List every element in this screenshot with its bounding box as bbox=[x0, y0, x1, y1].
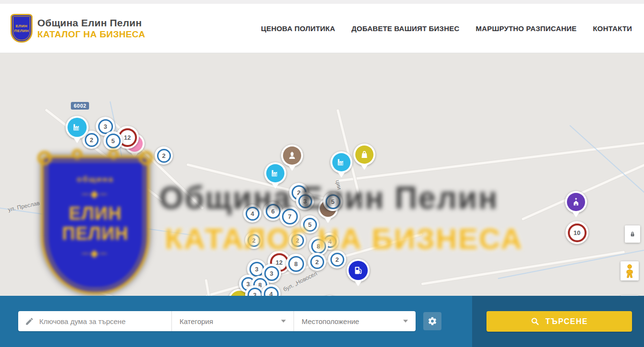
cluster-marker[interactable]: 4 bbox=[243, 204, 261, 223]
cluster-marker[interactable]: 2 bbox=[289, 232, 306, 249]
cluster-count: 12 bbox=[124, 134, 131, 141]
location-select[interactable]: Местоположение bbox=[294, 311, 416, 331]
cluster-marker[interactable]: 5 bbox=[301, 215, 319, 234]
cluster-count: 3 bbox=[270, 270, 273, 277]
bag-icon bbox=[359, 149, 370, 160]
nav-item-contacts[interactable]: КОНТАКТИ bbox=[593, 24, 632, 33]
nav-item-route-schedule[interactable]: МАРШРУТНО РАЗПИСАНИЕ bbox=[475, 24, 576, 33]
keyword-search-input[interactable] bbox=[39, 317, 166, 325]
pegman-button[interactable] bbox=[621, 261, 639, 280]
search-icon bbox=[531, 317, 540, 326]
municipality-emblem-logo: ЕЛИН ПЕЛИН bbox=[11, 14, 33, 43]
factory-icon bbox=[72, 122, 82, 133]
factory-pin-marker[interactable] bbox=[66, 116, 89, 139]
cluster-marker[interactable]: 2 bbox=[245, 232, 262, 249]
cluster-marker[interactable]: 2 bbox=[155, 146, 173, 165]
cluster-count: 2 bbox=[162, 152, 165, 159]
header: ЕЛИН ПЕЛИН Община Елин Пелин КАТАЛОГ НА … bbox=[0, 4, 644, 53]
cluster-count: 2 bbox=[335, 256, 339, 263]
cluster-marker[interactable]: 3 bbox=[296, 192, 314, 210]
worker-icon bbox=[287, 150, 297, 161]
cluster-count: 2 bbox=[295, 237, 299, 244]
cluster-count: 6 bbox=[271, 208, 274, 215]
cluster-count: 4 bbox=[269, 291, 272, 296]
cluster-marker[interactable]: 8 bbox=[286, 254, 306, 274]
factory-pin-marker[interactable] bbox=[330, 151, 352, 173]
cluster-count: 3 bbox=[253, 291, 256, 296]
worker-pin-marker[interactable] bbox=[281, 145, 303, 167]
cluster-count: 2 bbox=[90, 136, 93, 144]
cluster-marker[interactable]: 10 bbox=[565, 221, 588, 244]
category-select[interactable]: Категория bbox=[171, 311, 294, 331]
cluster-marker[interactable]: 5 bbox=[103, 131, 123, 150]
keyword-field[interactable] bbox=[18, 311, 171, 331]
factory-pin-marker[interactable] bbox=[264, 162, 286, 184]
chevron-down-icon bbox=[403, 320, 408, 323]
bag-pin-marker[interactable] bbox=[353, 144, 375, 166]
church-icon bbox=[571, 197, 581, 207]
gear-icon bbox=[428, 316, 437, 326]
logo-text: Община Елин Пелин КАТАЛОГ НА БИЗНЕСА bbox=[37, 17, 145, 40]
fuel-pin-marker[interactable] bbox=[347, 259, 370, 282]
search-bar: Категория Местоположение ТЪРСЕНЕ bbox=[0, 296, 644, 347]
main-nav: ЦЕНОВА ПОЛИТИКА ДОБАВЕТЕ ВАШИЯТ БИЗНЕС М… bbox=[261, 24, 632, 33]
cluster-count: 5 bbox=[308, 221, 311, 228]
location-select-value: Местоположение bbox=[302, 317, 359, 325]
cluster-count: 7 bbox=[288, 213, 291, 220]
cluster-count: 3 bbox=[103, 123, 107, 130]
chevron-down-icon bbox=[281, 320, 286, 323]
cluster-marker[interactable]: 5 bbox=[323, 192, 342, 211]
cluster-count: 8 bbox=[294, 260, 297, 268]
page: ЕЛИН ПЕЛИН Община Елин Пелин КАТАЛОГ НА … bbox=[0, 0, 644, 347]
cluster-marker[interactable]: 2 bbox=[308, 253, 326, 271]
site-logo[interactable]: ЕЛИН ПЕЛИН Община Елин Пелин КАТАЛОГ НА … bbox=[11, 14, 145, 43]
pegman-icon bbox=[624, 264, 635, 278]
lock-icon bbox=[629, 230, 636, 238]
cluster-count: 3 bbox=[303, 198, 306, 205]
emblem-text-line1: ЕЛИН bbox=[16, 24, 27, 28]
lock-button[interactable] bbox=[625, 225, 640, 243]
cluster-marker[interactable]: 2 bbox=[328, 250, 346, 269]
cluster-count: 4 bbox=[328, 238, 331, 245]
fuel-icon bbox=[352, 265, 364, 276]
cluster-count: 10 bbox=[574, 229, 580, 236]
emblem-text-line2: ПЕЛИН bbox=[14, 29, 29, 33]
search-button[interactable]: ТЪРСЕНЕ bbox=[486, 311, 632, 332]
cluster-count: 3 bbox=[255, 266, 258, 273]
cluster-count: 4 bbox=[250, 210, 254, 217]
pencil-icon bbox=[25, 317, 34, 326]
search-button-label: ТЪРСЕНЕ bbox=[545, 317, 588, 326]
category-select-value: Категория bbox=[180, 317, 213, 325]
church-pin-marker[interactable] bbox=[565, 191, 587, 213]
site-subtitle: КАТАЛОГ НА БИЗНЕСА bbox=[37, 29, 145, 40]
cluster-count: 5 bbox=[331, 198, 334, 205]
nav-item-add-your-business[interactable]: ДОБАВЕТЕ ВАШИЯТ БИЗНЕС bbox=[351, 24, 459, 33]
cluster-count: 5 bbox=[111, 137, 114, 145]
nav-item-pricing-policy[interactable]: ЦЕНОВА ПОЛИТИКА bbox=[261, 24, 335, 33]
cluster-marker[interactable]: 7 bbox=[280, 206, 300, 226]
markers-layer: 3122522356475102248128223338345 bbox=[0, 53, 644, 296]
top-strip bbox=[0, 0, 644, 4]
advanced-settings-button[interactable] bbox=[423, 312, 441, 330]
cluster-count: 2 bbox=[315, 258, 318, 266]
site-title: Община Елин Пелин bbox=[37, 17, 145, 29]
map-canvas[interactable]: 6002 105 ул. Преслав бул. „Новосел ции 3… bbox=[0, 53, 644, 296]
search-fields: Категория Местоположение bbox=[18, 311, 416, 331]
cluster-count: 8 bbox=[316, 243, 320, 250]
factory-icon bbox=[270, 168, 281, 179]
factory-icon bbox=[336, 157, 347, 168]
cluster-count: 2 bbox=[252, 237, 255, 244]
